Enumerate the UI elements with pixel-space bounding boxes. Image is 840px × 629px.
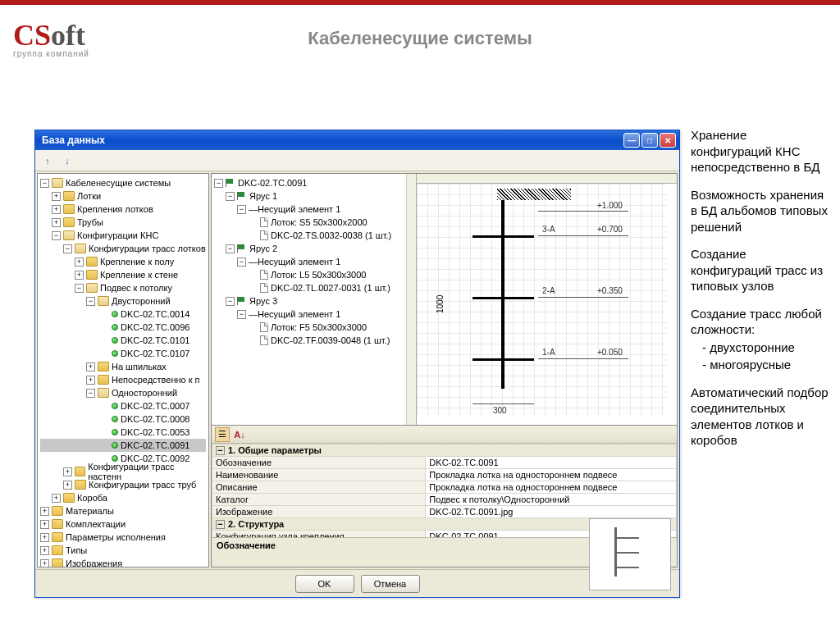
tree-item[interactable]: Лотки	[77, 191, 101, 201]
ruler-horizontal	[407, 174, 677, 184]
cfg-detail[interactable]: Лоток: F5 50x300x3000	[271, 322, 367, 332]
flag-icon	[237, 297, 247, 305]
folder-icon	[63, 493, 75, 503]
flag-icon	[226, 179, 235, 187]
folder-icon	[86, 283, 98, 293]
tree-leaf[interactable]: DKC-02.TC.0007	[121, 401, 189, 411]
tree-item[interactable]: Конфигурации КНС	[77, 230, 158, 240]
prop-name[interactable]: Наименование	[212, 469, 426, 481]
thumbnail-preview	[589, 518, 671, 590]
cfg-detail[interactable]: DKC-02.TF.0039-0048 (1 шт.)	[271, 335, 390, 345]
tree-item[interactable]: Крепление к стене	[100, 270, 178, 280]
tree-leaf[interactable]: DKC-02.TC.0053	[121, 427, 189, 437]
doc-icon	[260, 230, 268, 240]
cfg-elem[interactable]: Несущий элемент 1	[258, 309, 340, 319]
tree-item[interactable]: Двусторонний	[112, 296, 171, 306]
tree-leaf[interactable]: DKC-02.TC.0107	[121, 349, 189, 358]
tree-item[interactable]: Односторонний	[112, 388, 177, 398]
tree-item[interactable]: Конфигурации трасс лотков	[89, 244, 206, 253]
prop-name[interactable]: Изображение	[212, 506, 426, 518]
cfg-tier[interactable]: Ярус 3	[249, 296, 277, 306]
folder-icon	[52, 506, 63, 516]
tree-leaf[interactable]: DKC-02.TC.0101	[121, 335, 189, 345]
prop-toolbar: ☰ A↓	[212, 426, 677, 444]
sort-button[interactable]: A↓	[232, 427, 247, 442]
cfg-detail[interactable]: Лоток: L5 50x300x3000	[271, 270, 366, 280]
cfg-detail[interactable]: DKC-02.TL.0027-0031 (1 шт.)	[271, 283, 390, 293]
tree-item[interactable]: Типы	[66, 545, 87, 555]
leaf-icon	[112, 442, 118, 449]
tree-leaf-selected[interactable]: DKC-02.TC.0091	[121, 440, 189, 450]
dim-label-vertical: 1000	[436, 295, 445, 313]
dim-label: +0.050	[597, 348, 623, 357]
prop-value[interactable]: Прокладка лотка на одностороннем подвесе	[426, 469, 677, 481]
dim-line	[538, 297, 628, 298]
tree-root[interactable]: Кабеленесущие системы	[66, 178, 171, 188]
prop-name[interactable]: Каталог	[212, 494, 426, 506]
tree-item[interactable]: Короба	[77, 493, 107, 503]
tree-item[interactable]: Крепления лотков	[77, 204, 153, 214]
cfg-tier[interactable]: Ярус 1	[249, 191, 277, 201]
dim-line	[538, 235, 628, 236]
tree-leaf[interactable]: DKC-02.TC.0008	[121, 414, 189, 424]
leaf-icon	[112, 455, 118, 462]
nav-down-button[interactable]	[60, 153, 75, 168]
dim-label: +0.350	[597, 286, 623, 295]
tree-item[interactable]: Трубы	[77, 217, 103, 227]
tree-item[interactable]: Конфигурации трасс труб	[89, 480, 196, 490]
cfg-tier[interactable]: Ярус 2	[249, 244, 277, 253]
cfg-detail[interactable]: Лоток: S5 50x300x2000	[271, 217, 368, 227]
cfg-detail[interactable]: DKC-02.TS.0032-0038 (1 шт.)	[271, 230, 391, 240]
prop-name[interactable]: Описание	[212, 481, 426, 494]
tree-leaf[interactable]: DKC-02.TC.0096	[121, 322, 189, 332]
cancel-button[interactable]: Отмена	[361, 575, 420, 593]
ruler-vertical	[407, 174, 417, 425]
side-p4b: - многоярусные	[702, 357, 830, 373]
folder-icon	[52, 532, 63, 542]
prop-value[interactable]: Прокладка лотка на одностороннем подвесе	[426, 481, 677, 494]
ok-button[interactable]: OK	[295, 575, 354, 593]
prop-value[interactable]: Подвес к потолку\Односторонний	[426, 494, 677, 506]
tree-item[interactable]: Крепление к полу	[100, 257, 174, 267]
doc-icon	[260, 322, 268, 332]
folder-icon	[86, 257, 98, 267]
tree-item[interactable]: Подвес к потолку	[100, 283, 172, 293]
tree-item[interactable]: Комплектации	[66, 519, 126, 529]
tree-leaf[interactable]: DKC-02.TC.0014	[121, 309, 189, 319]
tree-item[interactable]: Непосредственно к п	[112, 375, 200, 385]
diagram-viewport[interactable]: +1.000 3-А +0.700 2-А +0.350 1-А +0.050 …	[407, 174, 677, 425]
folder-icon	[52, 558, 63, 567]
tree-item[interactable]: Параметры исполнения	[66, 532, 166, 542]
prop-value[interactable]: DKC-02.TC.0091.jpg	[426, 506, 677, 518]
nav-up-button[interactable]	[40, 153, 55, 168]
tree-item[interactable]: Изображения	[66, 558, 122, 567]
doc-icon	[260, 335, 268, 345]
prop-value[interactable]: DKC-02.TC.0091	[426, 457, 677, 469]
nav-tree[interactable]: −Кабеленесущие системы +Лотки +Крепления…	[37, 173, 209, 567]
cfg-elem[interactable]: Несущий элемент 1	[258, 204, 340, 214]
dim-line	[472, 403, 534, 404]
leaf-icon	[112, 429, 118, 435]
leaf-icon	[112, 403, 118, 409]
prop-name[interactable]: Обозначение	[212, 457, 426, 469]
dialog-buttons: OK Отмена	[35, 569, 679, 597]
prop-name[interactable]: Конфигурация узла крепления	[212, 531, 426, 538]
minimize-button[interactable]: —	[623, 133, 640, 148]
cfg-root[interactable]: DKC-02.TC.0091	[238, 178, 307, 188]
prop-group[interactable]: 1. Общие параметры	[228, 445, 322, 455]
folder-icon	[75, 244, 86, 253]
cfg-elem[interactable]: Несущий элемент 1	[258, 257, 340, 267]
doc-icon	[260, 283, 268, 293]
tree-item[interactable]: Материалы	[66, 506, 114, 516]
config-tree[interactable]: − DKC-02.TC.0091 − Ярус 1 −— Несущий эле…	[212, 174, 407, 425]
slide-title: Кабеленесущие системы	[0, 28, 840, 49]
close-button[interactable]: ✕	[660, 133, 676, 148]
maximize-button[interactable]: □	[641, 133, 658, 148]
tree-item[interactable]: Конфигурации трасс настенн	[88, 462, 206, 481]
prop-group[interactable]: 2. Структура	[228, 519, 284, 529]
categorize-button[interactable]: ☰	[215, 427, 230, 442]
brand-red-bar	[0, 0, 840, 5]
tree-item[interactable]: На шпильках	[112, 362, 167, 371]
folder-icon	[52, 519, 63, 529]
property-panel: ☰ A↓ −1. Общие параметры ОбозначениеDKC-…	[211, 426, 678, 567]
